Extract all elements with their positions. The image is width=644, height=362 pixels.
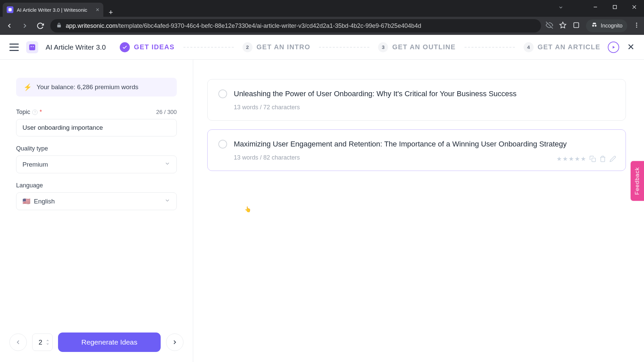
star-icon[interactable]: ★ — [581, 155, 586, 163]
step-connector — [183, 47, 234, 48]
idea-card[interactable]: Maximizing User Engagement and Retention… — [207, 129, 626, 171]
next-button[interactable] — [166, 334, 183, 351]
incognito-badge[interactable]: Incognito — [586, 19, 627, 32]
count-stepper[interactable]: 2 — [32, 334, 53, 351]
svg-rect-2 — [613, 5, 616, 9]
back-button[interactable] — [4, 20, 15, 31]
step-number: 2 — [243, 42, 253, 52]
topic-input[interactable] — [16, 119, 177, 136]
svg-point-14 — [31, 46, 32, 47]
minimize-button[interactable] — [586, 0, 605, 14]
svg-point-15 — [33, 46, 34, 47]
step-connector — [465, 47, 515, 48]
main: ⚡ Your balance: 6,286 premium words Topi… — [0, 60, 644, 362]
svg-rect-17 — [592, 158, 596, 162]
svg-rect-7 — [574, 23, 579, 28]
topic-char-count: 26 / 300 — [156, 109, 177, 116]
bolt-icon: ⚡ — [23, 83, 32, 91]
radio-icon[interactable] — [218, 140, 227, 148]
address-bar: app.writesonic.com/template/6bc4afed-937… — [0, 17, 644, 35]
tab-close-icon[interactable]: × — [96, 7, 99, 13]
quality-field-group: Quality type Premium — [16, 145, 177, 173]
feedback-tab[interactable]: Feedback — [631, 161, 644, 201]
tab-bar: AI Article Writer 3.0 | Writesonic × + — [0, 0, 644, 17]
balance-text: Your balance: 6,286 premium words — [37, 83, 138, 91]
eye-off-icon[interactable] — [546, 21, 553, 30]
sidebar: ⚡ Your balance: 6,286 premium words Topi… — [0, 60, 193, 362]
step-number: 3 — [378, 42, 388, 52]
svg-point-8 — [592, 25, 594, 27]
menu-toggle[interactable] — [9, 44, 19, 51]
url-text: app.writesonic.com/template/6bc4afed-937… — [66, 22, 421, 29]
rating-stars[interactable]: ★ ★ ★ ★ ★ — [556, 155, 586, 163]
star-icon[interactable]: ★ — [562, 155, 568, 163]
idea-title: Unleashing the Power of User Onboarding:… — [234, 89, 615, 99]
star-icon[interactable]: ★ — [575, 155, 580, 163]
step-number: 4 — [524, 42, 534, 52]
copy-icon[interactable] — [589, 156, 596, 162]
svg-marker-6 — [560, 22, 566, 28]
topic-label: Topic ? * — [16, 109, 42, 116]
header-right: ✕ — [608, 42, 635, 53]
forward-button[interactable] — [19, 20, 30, 31]
bookmark-star-icon[interactable] — [559, 21, 567, 30]
edit-icon[interactable] — [609, 156, 616, 162]
url-field[interactable]: app.writesonic.com/template/6bc4afed-937… — [50, 19, 541, 33]
close-button[interactable]: ✕ — [627, 42, 635, 52]
step-connector — [319, 47, 369, 48]
close-window-button[interactable] — [625, 0, 644, 14]
step-get-outline[interactable]: 3 GET AN OUTLINE — [378, 42, 455, 52]
address-bar-right: Incognito — [546, 19, 640, 32]
idea-card[interactable]: Unleashing the Power of User Onboarding:… — [207, 79, 626, 121]
incognito-label: Incognito — [601, 23, 623, 29]
reload-button[interactable] — [35, 20, 46, 31]
prev-button[interactable] — [9, 334, 27, 351]
star-icon[interactable]: ★ — [556, 155, 562, 163]
svg-point-12 — [636, 26, 637, 27]
maximize-button[interactable] — [605, 0, 625, 14]
new-tab-button[interactable]: + — [103, 8, 118, 17]
lock-icon — [56, 22, 62, 29]
tabs-chevron-icon[interactable] — [558, 5, 564, 11]
step-get-article[interactable]: 4 GET AN ARTICLE — [524, 42, 600, 52]
flag-us-icon: 🇺🇸 — [22, 198, 31, 205]
app-logo-icon — [26, 41, 38, 53]
idea-title: Maximizing User Engagement and Retention… — [234, 139, 615, 149]
browser-tab[interactable]: AI Article Writer 3.0 | Writesonic × — [3, 3, 103, 17]
incognito-icon — [591, 21, 598, 30]
topic-field-group: Topic ? * 26 / 300 — [16, 109, 177, 136]
required-star-icon: * — [40, 109, 42, 116]
extensions-icon[interactable] — [573, 21, 580, 30]
step-get-intro[interactable]: 2 GET AN INTRO — [243, 42, 311, 52]
quality-label: Quality type — [16, 145, 48, 152]
chevron-down-icon — [164, 197, 170, 205]
svg-marker-16 — [613, 46, 615, 48]
favicon-icon — [7, 6, 13, 13]
star-icon[interactable]: ★ — [569, 155, 574, 163]
stepper-arrows-icon[interactable] — [46, 339, 50, 346]
chevron-down-icon — [164, 161, 170, 168]
step-get-ideas[interactable]: GET IDEAS — [120, 42, 174, 52]
count-value: 2 — [39, 339, 42, 346]
tab-title: AI Article Writer 3.0 | Writesonic — [17, 7, 92, 13]
svg-point-11 — [636, 24, 637, 25]
steps-nav: GET IDEAS 2 GET AN INTRO 3 GET AN OUTLIN… — [120, 42, 600, 52]
idea-meta: 13 words / 72 characters — [234, 104, 615, 111]
browser-chrome: AI Article Writer 3.0 | Writesonic × + a… — [0, 0, 644, 35]
content: Unleashing the Power of User Onboarding:… — [193, 60, 644, 362]
radio-icon[interactable] — [218, 89, 227, 98]
language-select[interactable]: 🇺🇸English — [16, 192, 177, 210]
browser-menu-icon[interactable] — [633, 22, 640, 30]
play-tutorial-icon[interactable] — [608, 42, 619, 53]
cursor-icon: 👆 — [245, 206, 251, 213]
svg-rect-13 — [29, 44, 35, 50]
quality-select[interactable]: Premium — [16, 156, 177, 173]
language-field-group: Language 🇺🇸English — [16, 182, 177, 210]
delete-icon[interactable] — [599, 156, 606, 162]
idea-actions: ★ ★ ★ ★ ★ — [556, 155, 616, 163]
svg-point-9 — [595, 25, 597, 27]
window-controls — [586, 0, 644, 14]
regenerate-button[interactable]: Regenerate Ideas — [58, 333, 161, 352]
app-header: AI Article Writer 3.0 GET IDEAS 2 GET AN… — [0, 35, 644, 60]
info-icon[interactable]: ? — [32, 110, 38, 115]
